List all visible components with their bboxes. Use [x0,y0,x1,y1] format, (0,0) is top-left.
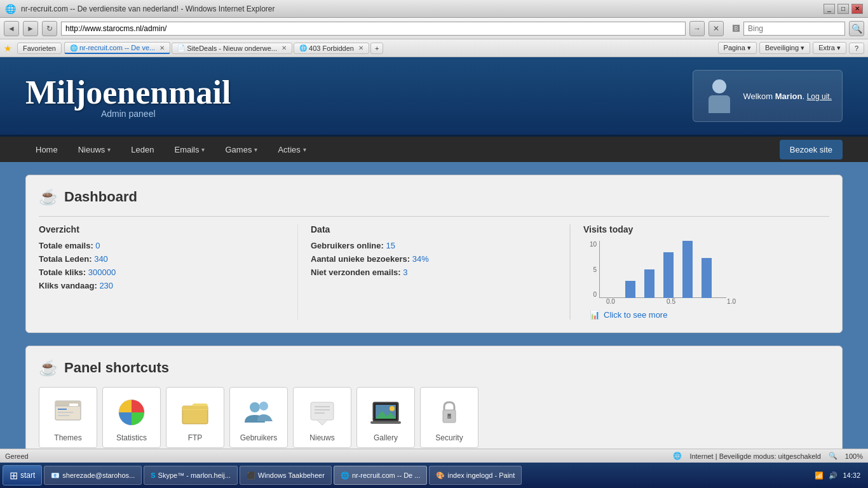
username-text: Marion [775,92,803,101]
svg-rect-10 [58,412,73,413]
taskbar-skype[interactable]: S Skype™ - marlon.heij... [144,466,238,485]
help-button[interactable]: ? [849,43,864,54]
close-button[interactable]: ✕ [851,4,863,14]
refresh-button[interactable]: ↻ [42,21,57,36]
svg-rect-18 [311,402,334,420]
favorites-label: Favorieten [23,44,56,52]
shortcut-themes[interactable]: Themes [39,387,97,448]
nav-acties[interactable]: Acties ▾ [268,139,316,161]
search-go-button[interactable]: 🔍 [849,21,864,36]
stat-kliks-val[interactable]: 300000 [88,268,116,277]
forward-button[interactable]: ► [23,21,38,36]
address-input[interactable] [61,22,686,36]
svg-point-16 [250,402,260,412]
search-input[interactable] [743,22,845,36]
window-controls: _ □ ✕ [824,4,863,14]
site-header: Miljoenenmail Admin paneel Welkom Marion… [0,57,868,137]
shortcuts-grid: Themes Statist [39,387,829,448]
status-right: 🌐 Internet | Beveiligde modus: uitgescha… [673,452,863,460]
stop-button[interactable]: ✕ [709,21,724,36]
shortcut-nieuws[interactable]: Nieuws [293,387,351,448]
nav-nieuws-arrow: ▾ [107,146,111,153]
taskbar-browser[interactable]: 🌐 nr-recruit.com -- De ... [334,466,428,485]
svg-rect-2 [644,269,654,298]
taskbar-taakbeheer-icon: ⬛ [247,471,255,480]
overview-heading: Overzicht [39,224,285,234]
visit-site-button[interactable]: Bezoek site [780,140,843,159]
go-button[interactable]: → [689,21,705,36]
welcome-text: Welkom Marion. Log uit. [743,92,832,101]
svg-rect-9 [58,409,67,410]
zoom-value: 100% [845,452,863,460]
stat-online-val[interactable]: 15 [386,241,395,250]
new-tab-button[interactable]: + [370,43,383,54]
nav-nieuws[interactable]: Nieuws ▾ [68,139,121,161]
nav-games-arrow: ▾ [254,146,257,153]
stat-kliks: Totale kliks: 300000 [39,268,285,277]
stat-leden: Totala Leden: 340 [39,254,285,264]
shortcut-ftp[interactable]: FTP [166,387,224,448]
shortcuts-card: ☕ Panel shortcuts [25,346,843,449]
tab-nr-recruit[interactable]: 🌐 nr-recruit.com -- De ve... ✕ [64,42,170,54]
stat-unsent-val[interactable]: 3 [403,268,407,277]
stat-unsent-label: Niet verzonden emails: [311,268,403,277]
start-button[interactable]: ⊞ start [3,465,42,485]
stat-emails-val[interactable]: 0 [95,241,100,250]
nav-leden[interactable]: Leden [121,139,164,161]
site-title: Miljoenenmail [25,74,231,111]
back-button[interactable]: ◄ [4,21,19,36]
logout-link[interactable]: Log uit. [807,92,832,101]
chart-more-text: Click to see more [604,310,667,320]
pagina-button[interactable]: Pagina ▾ [718,42,757,54]
beveiliging-button[interactable]: Beveiliging ▾ [759,42,810,54]
stat-leden-label: Totala Leden: [39,254,94,264]
stat-unsent: Niet verzonden emails: 3 [311,268,557,277]
shortcut-gallery[interactable]: Gallery [356,387,415,448]
nav-home[interactable]: Home [25,139,68,161]
tab-forbidden[interactable]: 🌐 403 Forbidden ✕ [294,43,369,54]
page-content: Miljoenenmail Admin paneel Welkom Marion… [0,57,868,449]
favorites-button[interactable]: Favorieten [17,43,62,54]
tab-sitedeals[interactable]: 📄 SiteDeals - Nieuw onderwe... ✕ [172,43,292,54]
svg-rect-11 [58,415,69,416]
taskbar-taakbeheer[interactable]: ⬛ Windows Taakbeheer [240,466,332,485]
maximize-button[interactable]: □ [837,4,849,14]
chart-svg-area [599,241,726,298]
address-bar: ◄ ► ↻ → ✕ 🅱 🔍 [0,18,868,39]
stat-kliks-label: Totale kliks: [39,268,88,277]
taskbar-email[interactable]: 📧 sherezade@starohos... [44,466,142,485]
nav-emails[interactable]: Emails ▾ [164,139,215,161]
visits-column: Visits today 10 5 0 [570,224,829,320]
minimize-button[interactable]: _ [824,4,835,14]
stat-kliks-today-label: Kliks vandaag: [39,281,99,290]
nav-emails-arrow: ▾ [201,146,205,153]
data-column: Data Gebruikers online: 15 Aantal unieke… [298,224,570,320]
stat-unique-val[interactable]: 34% [412,254,429,264]
taskbar-paint[interactable]: 🎨 index ingelogd - Paint [429,466,522,485]
stat-unique-label: Aantal unieke bezoekers: [311,254,412,264]
taskbar-browser-icon: 🌐 [341,471,349,480]
tab-label-3: 403 Forbidden [309,44,354,52]
svg-point-17 [259,402,268,410]
svg-point-29 [448,414,451,416]
shortcut-statistics[interactable]: Statistics [102,387,161,448]
gebruikers-icon [241,395,276,430]
gallery-icon [369,395,403,430]
svg-rect-20 [315,409,330,410]
nav-games[interactable]: Games ▾ [215,139,268,161]
extra-button[interactable]: Extra ▾ [813,42,846,54]
svg-rect-5 [702,258,712,298]
gallery-label: Gallery [374,433,398,442]
volume-icon: 🔊 [829,471,837,480]
stat-kliks-today-val[interactable]: 230 [99,281,113,290]
chart-more-link[interactable]: 📊 Click to see more [590,310,823,320]
shortcut-security[interactable]: Security [420,387,478,448]
visits-heading: Visits today [583,224,829,234]
svg-rect-1 [625,281,635,298]
welcome-block: Welkom Marion. Log uit. [743,92,832,101]
stat-leden-val[interactable]: 340 [94,254,108,264]
bar-chart [600,241,727,298]
nieuws-label: Nieuws [309,433,334,442]
chart-icon: 📊 [590,310,600,320]
shortcut-gebruikers[interactable]: Gebruikers [229,387,288,448]
